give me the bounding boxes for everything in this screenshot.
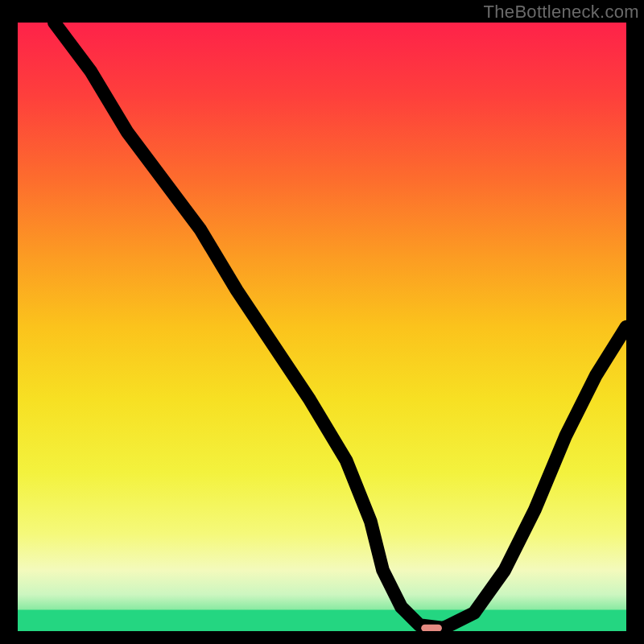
plot-area xyxy=(18,23,626,631)
watermark-text: TheBottleneck.com xyxy=(484,2,639,23)
chart-frame: TheBottleneck.com xyxy=(0,0,644,644)
plot-svg xyxy=(18,23,626,631)
optimal-marker xyxy=(421,625,442,631)
green-band xyxy=(18,610,626,631)
